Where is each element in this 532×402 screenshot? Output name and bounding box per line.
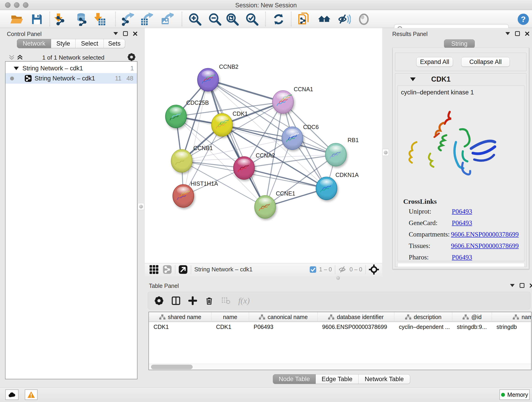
collapse-all-button[interactable]: Collapse All [461, 57, 510, 67]
column-header-canonical-name[interactable]: canonical name [249, 312, 317, 322]
table-cell[interactable]: 9606.ENSP00000378699 [317, 322, 394, 331]
cloud-status-button[interactable] [5, 389, 19, 400]
network-node-CDC6[interactable] [282, 127, 303, 150]
tab-network[interactable]: Network [17, 39, 51, 48]
string-results-box: Expand All Collapse All CDK1 cyclin–depe… [392, 48, 529, 269]
tab-sets[interactable]: Sets [104, 39, 125, 48]
import-network-database-button[interactable] [74, 12, 89, 27]
tab-style[interactable]: Style [51, 39, 76, 48]
close-panel-icon[interactable] [530, 283, 532, 288]
results-panel-splitter[interactable] [382, 149, 389, 156]
detach-view-icon[interactable] [178, 265, 188, 274]
zoom-fit-button[interactable] [225, 12, 240, 27]
table-cell[interactable]: CDK1 [211, 322, 249, 331]
network-options-gear-icon[interactable] [127, 53, 136, 61]
gene-section-header[interactable]: CDK1 [395, 74, 526, 85]
collection-label: String Network – cdk1 [22, 65, 83, 72]
selected-checkbox-icon[interactable] [310, 266, 317, 273]
crosslink-value[interactable]: 9606.ENSP00000378699 [451, 230, 519, 238]
crosslink-value[interactable]: P06493 [452, 219, 472, 227]
table-horizontal-scrollbar[interactable] [149, 364, 531, 370]
network-node-CDC25B[interactable] [165, 105, 186, 128]
network-node-CDKN1A[interactable] [316, 177, 337, 200]
delete-column-trash-icon[interactable] [205, 296, 214, 305]
table-cell[interactable]: stringdb:9... [452, 322, 492, 331]
tab-select[interactable]: Select [76, 39, 104, 48]
crosslink-value[interactable]: 9606.ENSP00000378699 [451, 242, 519, 249]
network-node-CCNA1[interactable] [272, 90, 293, 114]
export-network-button[interactable] [120, 12, 135, 27]
home-button[interactable] [317, 12, 332, 27]
column-header-database-identifier[interactable]: database identifier [317, 312, 394, 322]
maximize-panel-icon[interactable] [123, 31, 128, 36]
expand-all-networks-icon[interactable] [17, 54, 23, 61]
float-panel-icon[interactable] [114, 32, 118, 35]
export-table-button[interactable] [139, 12, 154, 27]
zoom-in-button[interactable] [188, 12, 202, 27]
table-cell[interactable]: cyclin–dependent ... [394, 322, 452, 331]
grid-view-icon[interactable] [149, 264, 159, 274]
table-cell[interactable]: P06493 [249, 322, 317, 331]
tab-network-table[interactable]: Network Table [359, 374, 410, 384]
column-header-namespace[interactable]: namespace [492, 312, 532, 322]
float-panel-icon[interactable] [510, 284, 515, 287]
control-panel-splitter[interactable] [138, 203, 144, 210]
table-row[interactable]: CDK1CDK1P064939606.ENSP00000378699cyclin… [149, 322, 532, 331]
save-session-button[interactable] [30, 12, 44, 27]
network-node-CCNB1[interactable] [171, 149, 192, 172]
table-panel-splitter[interactable] [336, 276, 340, 280]
collection-expander-icon[interactable] [14, 67, 19, 70]
crosslink-value[interactable]: P06493 [452, 254, 472, 261]
refresh-view-button[interactable] [271, 12, 286, 27]
open-session-button[interactable] [9, 12, 24, 27]
maximize-panel-icon[interactable] [515, 31, 520, 36]
network-node-CCNE1[interactable] [254, 196, 276, 218]
expand-all-button[interactable]: Expand All [416, 57, 453, 67]
birds-eye-crosshair-icon[interactable] [369, 264, 379, 274]
network-node-HIST1H1A[interactable] [173, 185, 194, 207]
results-scroll-track[interactable] [398, 263, 525, 267]
collapse-all-networks-icon[interactable] [8, 54, 15, 61]
column-header--id[interactable]: @id [452, 312, 492, 322]
crosslink-value[interactable]: P06493 [452, 208, 472, 215]
scrollbar-thumb[interactable] [151, 365, 193, 369]
section-expander-icon[interactable] [410, 77, 416, 81]
show-columns-icon[interactable] [171, 296, 181, 305]
column-header-description[interactable]: description [394, 312, 452, 322]
network-row-selected[interactable]: String Network – cdk1 11 48 [6, 73, 137, 84]
first-neighbors-button[interactable] [297, 12, 312, 27]
tab-edge-table[interactable]: Edge Table [316, 374, 359, 384]
save-floppy-icon [31, 13, 43, 26]
zoom-selected-button[interactable] [245, 12, 259, 27]
maximize-panel-icon[interactable] [520, 283, 525, 288]
network-canvas[interactable]: CCNB2CCNA1CDC25BCDK1CDC6RB1CCNB1CCNA2CDK… [145, 28, 382, 263]
memory-button[interactable]: Memory [500, 389, 530, 400]
network-node-CDK1[interactable] [211, 114, 233, 136]
table-options-gear-icon[interactable] [154, 296, 164, 305]
tab-string[interactable]: String [444, 39, 475, 48]
crosslink-label: Tissues: [409, 242, 451, 249]
zoom-out-button[interactable] [208, 12, 222, 27]
float-panel-icon[interactable] [505, 32, 510, 35]
close-panel-icon[interactable] [133, 32, 138, 36]
column-header-name[interactable]: name [211, 312, 249, 322]
network-node-CCNA2[interactable] [234, 157, 254, 179]
export-network-icon [121, 13, 134, 26]
network-node-RB1[interactable] [325, 143, 346, 166]
import-network-file-button[interactable] [54, 12, 68, 27]
tab-node-table[interactable]: Node Table [273, 374, 316, 384]
hide-graphics-details-button[interactable] [337, 12, 351, 27]
table-cell[interactable]: CDK1 [149, 322, 211, 331]
export-image-button[interactable] [160, 12, 174, 27]
warnings-button[interactable] [25, 389, 38, 400]
help-button[interactable]: ? [516, 12, 531, 27]
network-node-CCNB2[interactable] [197, 68, 219, 91]
network-view-share-icon[interactable] [163, 265, 172, 274]
import-table-file-button[interactable] [94, 12, 109, 27]
create-column-plus-icon[interactable] [188, 296, 197, 305]
table-cell[interactable]: stringdb [492, 322, 532, 331]
network-collection-row[interactable]: String Network – cdk1 1 [6, 63, 137, 74]
show-graphics-details-button[interactable] [356, 12, 371, 27]
column-header-shared-name[interactable]: shared name [149, 312, 211, 322]
close-panel-icon[interactable] [525, 32, 530, 36]
